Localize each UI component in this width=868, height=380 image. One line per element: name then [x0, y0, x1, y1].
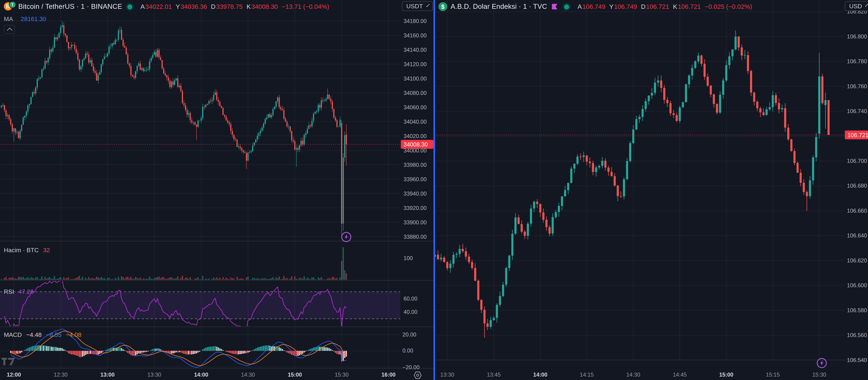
time-axis-label: 15:30 — [812, 372, 826, 378]
right-last-price-tag: 106.721 — [845, 131, 868, 139]
time-axis-label: 13:30 — [147, 372, 161, 378]
time-axis-label: 12:00 — [7, 372, 21, 378]
bitcoin-tether-pair-logo: B T — [4, 2, 15, 11]
high-value: 34036.36 — [181, 3, 207, 10]
left-symbol-title[interactable]: Bitcoin / TetherUS · 1 · BINANCE — [18, 3, 122, 10]
macd-axis-label: −20.00 — [403, 364, 420, 370]
price-axis-label: 33940.00 — [404, 191, 427, 197]
price-axis-label: 106.560 — [847, 332, 867, 338]
time-axis-label: 14:00 — [194, 372, 208, 378]
left-last-price-tag: 34008.30 — [401, 140, 433, 149]
rsi-value: 47.26 — [19, 288, 34, 295]
price-axis-label: 106.800 — [847, 34, 867, 40]
lightning-quick-trade-icon[interactable] — [816, 358, 827, 370]
close-value: 106.721 — [678, 3, 701, 10]
time-axis-label: 15:15 — [766, 372, 780, 378]
time-axis-label: 15:30 — [335, 372, 348, 378]
price-axis-label: 34100.00 — [404, 75, 427, 81]
price-axis-label: 34160.00 — [404, 32, 427, 38]
change-value: −13.71 (−0.04%) — [282, 3, 329, 10]
time-axis-label: 14:30 — [626, 372, 640, 378]
price-axis-label: 34180.00 — [404, 18, 427, 24]
rsi-axis-label: 40.00 — [404, 309, 417, 315]
price-axis-label: 33980.00 — [404, 162, 427, 168]
price-axis-label: 106.780 — [847, 59, 867, 65]
macd-histogram-value: −4.48 — [26, 331, 42, 338]
price-axis-label: 34060.00 — [404, 104, 427, 110]
price-axis-label: 33920.00 — [404, 205, 427, 211]
volume-indicator-legend[interactable]: Hacim · BTC 32 — [4, 247, 50, 253]
macd-axis-label: 20.00 — [403, 332, 416, 338]
time-axis-label: 14:15 — [580, 372, 594, 378]
tether-logo-icon: T — [9, 1, 16, 8]
right-symbol-legend: $ A.B.D. Dolar Endeksi · 1 · TVC A106.74… — [438, 2, 752, 11]
price-axis-label: 34120.00 — [404, 61, 427, 67]
price-axis-label: 106.580 — [847, 307, 867, 313]
ma-value: 28161.30 — [21, 15, 46, 22]
price-axis-label: 33960.00 — [404, 176, 427, 182]
macd-indicator-legend[interactable]: MACD −4.48 −8.55 −4.08 — [4, 331, 81, 338]
macd-axis-label: 0.00 — [403, 348, 413, 354]
macd-signal-value: −4.08 — [66, 331, 81, 338]
time-axis-label: 12:30 — [54, 372, 68, 378]
time-axis-label: 14:45 — [673, 372, 687, 378]
panel-divider[interactable] — [433, 0, 435, 380]
rsi-indicator-legend[interactable]: RSI 47.26 — [4, 288, 34, 295]
chevron-down-icon — [426, 3, 430, 7]
chevron-down-icon — [865, 4, 868, 7]
left-ohlc-values: A34022.01 Y34036.36 D33978.75 K34008.30 … — [141, 3, 329, 10]
price-axis-label: 106.740 — [847, 108, 867, 114]
low-value: 106.721 — [646, 3, 669, 10]
high-value: 106.749 — [614, 3, 637, 10]
price-axis-label: 106.600 — [847, 282, 867, 288]
delayed-data-flag-icon[interactable] — [552, 3, 558, 10]
tradingview-split-view: B T Bitcoin / TetherUS · 1 · BINANCE A34… — [0, 0, 868, 380]
left-symbol-legend: B T Bitcoin / TetherUS · 1 · BINANCE A34… — [4, 2, 329, 24]
price-axis-label: 33900.00 — [404, 219, 427, 225]
time-axis-label: 14:30 — [241, 372, 255, 378]
time-axis-label: 15:00 — [288, 372, 302, 378]
price-axis-label: 106.540 — [847, 357, 867, 363]
lightning-quick-trade-icon[interactable] — [341, 232, 351, 244]
price-axis-label: 33880.00 — [404, 234, 427, 240]
legend-collapse-button[interactable] — [4, 25, 15, 34]
market-status-dot[interactable] — [564, 4, 569, 9]
open-value: 106.749 — [583, 3, 606, 10]
low-value: 33978.75 — [216, 3, 243, 10]
price-axis-label: 34140.00 — [404, 46, 427, 53]
price-axis-label: 106.760 — [847, 83, 867, 90]
chevron-up-icon — [7, 27, 12, 33]
price-axis-label: 106.680 — [847, 183, 867, 189]
time-axis-label: 14:00 — [533, 372, 547, 378]
price-axis-label: 34040.00 — [404, 118, 427, 125]
rsi-axis-label: 60.00 — [404, 296, 417, 302]
price-axis-label: 106.620 — [847, 257, 867, 264]
dollar-index-logo-icon: $ — [438, 2, 447, 11]
price-axis-label: 106.700 — [847, 158, 867, 164]
ma-indicator-legend[interactable]: MA 28161.30 — [4, 14, 329, 24]
time-axis-label: 13:30 — [440, 372, 454, 378]
time-axis-label: 16:00 — [381, 372, 396, 378]
volume-axis-label: 100 — [404, 255, 413, 262]
right-symbol-title[interactable]: A.B.D. Dolar Endeksi · 1 · TVC — [451, 3, 547, 10]
macd-line-value: −8.55 — [46, 331, 62, 338]
price-axis-label: 106.640 — [847, 233, 867, 239]
time-axis-label: 13:00 — [100, 372, 115, 378]
time-axis-label: 13:45 — [487, 372, 501, 378]
time-axis-label: 15:00 — [719, 372, 734, 378]
price-axis-label: 34080.00 — [404, 90, 427, 96]
left-currency-dropdown[interactable]: USDT — [402, 1, 433, 11]
market-status-dot[interactable] — [127, 4, 132, 9]
right-currency-dropdown[interactable]: USD — [845, 1, 868, 11]
price-axis-label: 106.660 — [847, 208, 867, 214]
right-ohlc-values: A106.749 Y106.749 D106.721 K106.721 −0.0… — [578, 3, 752, 10]
hexagon-settings-icon[interactable] — [413, 371, 422, 380]
price-axis-label: 34020.00 — [404, 133, 427, 139]
volume-value: 32 — [43, 247, 50, 253]
close-value: 34008.30 — [251, 3, 278, 10]
tradingview-watermark-logo[interactable] — [2, 358, 17, 367]
change-value: −0.025 (−0.02%) — [705, 3, 752, 10]
open-value: 34022.01 — [145, 3, 172, 10]
